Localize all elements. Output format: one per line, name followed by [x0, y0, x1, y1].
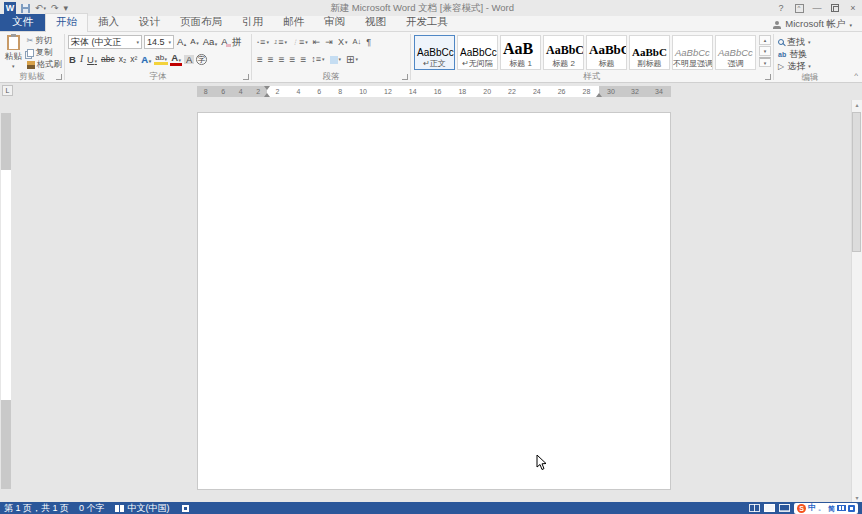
scroll-up-icon[interactable]: ▴ — [855, 101, 858, 108]
tab-mailings[interactable]: 邮件 — [273, 14, 314, 31]
macro-record-icon[interactable] — [182, 505, 189, 512]
close-button[interactable]: × — [848, 3, 858, 13]
horizontal-ruler[interactable]: 8642 246810121416182022242628 303234 — [197, 86, 671, 97]
style-heading-2[interactable]: AaBbC标题 2 — [543, 35, 584, 70]
strikethrough-button[interactable]: abc — [100, 55, 116, 64]
tab-file[interactable]: 文件 — [0, 14, 45, 31]
underline-button[interactable]: U▾ — [86, 55, 98, 65]
font-size-combo[interactable]: 14.5▾ — [144, 35, 174, 49]
help-button[interactable]: ? — [776, 3, 786, 13]
styles-more-button[interactable]: ▾ — [759, 57, 771, 67]
replace-button[interactable]: ab替换 — [774, 48, 846, 60]
increase-indent-button[interactable]: ⇥ — [323, 36, 335, 49]
scrollbar-thumb[interactable] — [852, 112, 861, 252]
first-line-indent-marker[interactable] — [264, 86, 270, 90]
style-normal[interactable]: AaBbCc↵正文 — [414, 35, 455, 70]
tab-design[interactable]: 设计 — [129, 14, 170, 31]
save-button[interactable] — [21, 4, 30, 13]
highlight-color-button[interactable]: ab▾ — [154, 54, 168, 65]
tab-references[interactable]: 引用 — [232, 14, 273, 31]
justify-button[interactable]: ≡ — [288, 53, 298, 66]
ime-punctuation-button[interactable]: 。 — [818, 504, 826, 512]
collapse-ribbon-button[interactable]: ^ — [854, 71, 858, 80]
read-mode-button[interactable] — [749, 504, 760, 512]
borders-button[interactable]: ⊞▾ — [344, 53, 360, 66]
subscript-button[interactable]: x₂ — [118, 55, 128, 64]
styles-scroll-up-button[interactable]: ▴ — [759, 35, 771, 45]
copy-button[interactable]: 复制 — [27, 47, 63, 58]
vertical-ruler[interactable] — [1, 113, 11, 489]
text-effects-button[interactable]: A▾ — [140, 55, 152, 65]
style-heading-1[interactable]: AaB标题 1 — [500, 35, 541, 70]
grow-font-button[interactable]: A▴ — [176, 37, 187, 47]
tab-developer[interactable]: 开发工具 — [396, 14, 458, 31]
minimize-button[interactable]: — — [812, 3, 822, 13]
page-indicator[interactable]: 第 1 页，共 1 页 — [4, 502, 69, 514]
tab-stop-selector[interactable]: L — [2, 85, 13, 96]
paste-button[interactable]: 粘贴 ▾ — [2, 35, 25, 70]
ime-toolbox-icon[interactable] — [848, 505, 855, 512]
superscript-button[interactable]: x² — [129, 55, 138, 64]
numbering-button[interactable]: 1≡▾ — [272, 36, 289, 49]
font-dialog-launcher[interactable] — [243, 74, 249, 80]
keyboard-icon[interactable] — [837, 505, 846, 511]
style-subtitle[interactable]: AaBbC副标题 — [629, 35, 670, 70]
decrease-indent-button[interactable]: ⇤ — [311, 36, 323, 49]
word-count[interactable]: 0 个字 — [79, 502, 105, 514]
multilevel-list-button[interactable]: ⋮≡▾ — [290, 36, 310, 49]
styles-scroll-down-button[interactable]: ▾ — [759, 46, 771, 56]
style-title[interactable]: AaBbC标题 — [586, 35, 627, 70]
styles-dialog-launcher[interactable] — [765, 74, 771, 80]
bullets-button[interactable]: •≡▾ — [255, 36, 271, 49]
style-emphasis[interactable]: AaBbCc强调 — [715, 35, 756, 70]
distribute-button[interactable]: ≡ — [298, 53, 308, 66]
bold-button[interactable]: B — [68, 55, 77, 65]
account-button[interactable]: Microsoft 帐户 ▾ — [773, 18, 862, 31]
restore-button[interactable] — [830, 4, 840, 12]
style-subtle-emphasis[interactable]: AaBbCc不明显强调 — [672, 35, 713, 70]
align-left-button[interactable]: ≡ — [255, 53, 265, 66]
tab-review[interactable]: 审阅 — [314, 14, 355, 31]
find-button[interactable]: 查找▾ — [774, 36, 846, 48]
shrink-font-button[interactable]: A▾ — [189, 38, 199, 46]
clear-formatting-button[interactable]: A — [220, 37, 228, 47]
enclose-characters-button[interactable]: 字 — [196, 54, 207, 65]
phonetic-guide-button[interactable]: 拼 — [231, 37, 243, 47]
language-indicator[interactable]: 中文(中国) — [128, 502, 170, 514]
web-layout-button[interactable] — [779, 504, 790, 512]
align-center-button[interactable]: ≡ — [266, 53, 276, 66]
redo-button[interactable]: ↷ — [51, 3, 59, 13]
paragraph-dialog-launcher[interactable] — [402, 74, 408, 80]
show-hide-marks-button[interactable]: ¶ — [364, 36, 373, 49]
change-case-button[interactable]: Aa▾ — [202, 37, 219, 47]
document-page[interactable] — [197, 112, 671, 490]
character-shading-button[interactable]: A — [184, 55, 194, 65]
align-right-button[interactable]: ≡ — [277, 53, 287, 66]
scroll-down-icon[interactable]: ▾ — [855, 494, 858, 501]
font-color-button[interactable]: A▾ — [170, 53, 182, 66]
proofing-icon[interactable] — [115, 505, 124, 512]
font-name-combo[interactable]: 宋体 (中文正▾ — [68, 35, 142, 49]
select-button[interactable]: ▷选择▾ — [774, 60, 846, 72]
clipboard-dialog-launcher[interactable] — [56, 74, 62, 80]
undo-button[interactable]: ↶▾ — [35, 3, 46, 13]
tab-insert[interactable]: 插入 — [88, 14, 129, 31]
ime-mode-button[interactable]: 中 — [808, 504, 816, 512]
tab-view[interactable]: 视图 — [355, 14, 396, 31]
hanging-indent-marker[interactable] — [264, 93, 270, 97]
sogou-logo-icon[interactable]: S — [797, 504, 806, 513]
format-painter-button[interactable]: 格式刷 — [27, 59, 63, 70]
ime-traditional-button[interactable]: 简 — [828, 505, 835, 512]
print-layout-button[interactable] — [764, 504, 775, 512]
line-spacing-button[interactable]: ↕≡▾ — [309, 53, 326, 66]
sort-button[interactable]: A↓ — [350, 36, 363, 49]
asian-layout-button[interactable]: X▾ — [336, 36, 350, 49]
tab-home[interactable]: 开始 — [45, 13, 88, 32]
cut-button[interactable]: ✂剪切 — [27, 35, 63, 46]
right-indent-marker[interactable] — [596, 93, 602, 97]
tab-page-layout[interactable]: 页面布局 — [170, 14, 232, 31]
ribbon-display-options-button[interactable]: ^ — [794, 4, 804, 13]
shading-button[interactable]: ▾ — [328, 53, 344, 66]
italic-button[interactable]: I — [79, 55, 84, 65]
style-no-spacing[interactable]: AaBbCc↵无间隔 — [457, 35, 498, 70]
